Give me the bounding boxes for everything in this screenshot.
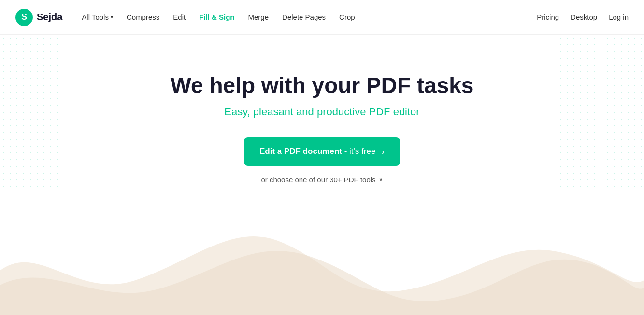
arrow-icon: ›	[381, 146, 385, 157]
nav-right: Pricing Desktop Log in	[537, 13, 629, 21]
tools-link[interactable]: or choose one of our 30+ PDF tools ∨	[261, 176, 383, 184]
nav-item-compress[interactable]: Compress	[121, 9, 165, 25]
hero-title: We help with your PDF tasks	[171, 73, 474, 98]
chevron-down-icon: ∨	[379, 176, 383, 183]
nav-item-delete-pages[interactable]: Delete Pages	[276, 9, 331, 25]
logo-icon: S	[15, 9, 33, 26]
hero-section: We help with your PDF tasks Easy, pleasa…	[0, 35, 644, 213]
nav-item-edit[interactable]: Edit	[167, 9, 191, 25]
nav-item-crop[interactable]: Crop	[333, 9, 361, 25]
hero-subtitle: Easy, pleasant and productive PDF editor	[224, 106, 419, 118]
dot-pattern-right	[557, 35, 644, 189]
nav-item-all-tools[interactable]: All Tools ▾	[76, 9, 119, 25]
cta-button-main-text: Edit a PDF document	[259, 147, 342, 156]
wave-svg	[0, 213, 644, 315]
dot-pattern-left	[0, 35, 63, 189]
nav-item-fill-sign[interactable]: Fill & Sign	[193, 9, 240, 25]
logo-area[interactable]: S Sejda	[15, 9, 62, 26]
nav-left: All Tools ▾ Compress Edit Fill & Sign Me…	[76, 9, 537, 25]
nav-login[interactable]: Log in	[609, 13, 629, 21]
cta-edit-button[interactable]: Edit a PDF document - it's free ›	[244, 137, 400, 166]
cta-button-secondary-text: - it's free	[344, 147, 376, 156]
tools-link-text: or choose one of our 30+ PDF tools	[261, 176, 375, 184]
logo-text: Sejda	[37, 12, 62, 23]
nav-pricing[interactable]: Pricing	[537, 13, 559, 21]
navbar: S Sejda All Tools ▾ Compress Edit Fill &…	[0, 0, 644, 35]
nav-item-merge[interactable]: Merge	[243, 9, 275, 25]
wave-section	[0, 213, 644, 315]
chevron-down-icon: ▾	[111, 14, 113, 20]
nav-desktop[interactable]: Desktop	[571, 13, 597, 21]
